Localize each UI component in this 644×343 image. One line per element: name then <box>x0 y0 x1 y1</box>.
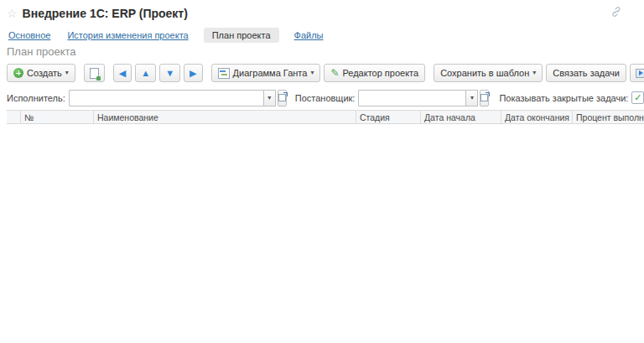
executor-open-button[interactable] <box>278 90 287 107</box>
author-open-button[interactable] <box>480 90 489 107</box>
filter-bar: Исполнитель: ▾ Постановщик: ▾ Показывать… <box>0 86 644 110</box>
col-name[interactable]: Наименование <box>94 111 356 123</box>
executor-input[interactable] <box>69 90 263 107</box>
author-combo: ▾ <box>358 90 478 107</box>
executor-combo: ▾ <box>69 90 276 107</box>
go-to-button[interactable]: ▾ <box>630 64 644 82</box>
tab-history[interactable]: История изменения проекта <box>65 28 190 43</box>
executor-label: Исполнитель: <box>7 93 65 103</box>
favorite-star-icon[interactable]: ☆ <box>7 7 18 20</box>
move-down-button[interactable]: ▼ <box>159 64 180 82</box>
editor-button-label: Редактор проекта <box>342 68 418 78</box>
chevron-down-icon: ▾ <box>65 70 69 76</box>
author-dropdown-button[interactable]: ▾ <box>465 90 478 107</box>
tab-files[interactable]: Файлы <box>293 28 325 43</box>
executor-dropdown-button[interactable]: ▾ <box>263 90 276 107</box>
arrow-left-icon: ◀ <box>119 69 126 78</box>
tab-main[interactable]: Основное <box>7 28 52 43</box>
chevron-down-icon: ▾ <box>310 70 314 76</box>
show-closed-checkbox[interactable]: ✓ <box>631 91 644 104</box>
chevron-down-icon: ▾ <box>470 95 474 101</box>
gantt-chart-button[interactable]: Диаграмма Ганта ▾ <box>211 64 321 82</box>
arrow-right-icon: ▶ <box>190 69 196 78</box>
show-closed-label: Показывать закрытые задачи: <box>499 93 628 103</box>
col-start-date[interactable]: Дата начала <box>421 111 501 123</box>
arrow-down-icon: ▼ <box>165 69 174 78</box>
col-marker <box>7 111 21 123</box>
link-tasks-label: Связать задачи <box>553 68 620 78</box>
move-up-button[interactable]: ▲ <box>135 64 156 82</box>
open-link-icon <box>480 94 488 101</box>
plus-circle-icon <box>13 68 23 78</box>
chevron-down-icon: ▾ <box>267 95 271 101</box>
move-right-button[interactable]: ▶ <box>184 64 202 82</box>
col-end-date[interactable]: Дата окончания <box>501 111 573 123</box>
project-plan-table: №НаименованиеСтадияДата началаДата оконч… <box>7 110 644 124</box>
col-number[interactable]: № <box>21 111 94 123</box>
author-input[interactable] <box>358 90 465 107</box>
col-stage[interactable]: Стадия <box>356 111 421 123</box>
gantt-chart-icon <box>218 68 230 79</box>
project-editor-button[interactable]: ✎ Редактор проекта <box>324 64 425 82</box>
create-button[interactable]: Создать ▾ <box>7 64 75 82</box>
tab-bar: Основное История изменения проекта План … <box>0 23 644 43</box>
author-label: Постановщик: <box>295 93 356 103</box>
move-left-button[interactable]: ◀ <box>113 64 132 82</box>
create-button-label: Создать <box>27 68 62 78</box>
toolbar: Создать ▾ ◀ ▲ ▼ ▶ Диаграмма Ганта ▾ ✎ Ре… <box>0 60 644 86</box>
copy-button[interactable] <box>84 64 105 82</box>
chevron-down-icon: ▾ <box>532 70 536 76</box>
page-title: Внедрение 1С: ERP (Проект) <box>23 7 188 20</box>
pencil-icon: ✎ <box>330 68 339 78</box>
title-bar: ☆ Внедрение 1С: ERP (Проект) <box>0 0 644 23</box>
navigate-icon <box>636 69 644 78</box>
open-link-icon <box>278 94 286 101</box>
table-header: №НаименованиеСтадияДата началаДата оконч… <box>7 111 644 124</box>
copy-link-icon[interactable] <box>610 6 622 21</box>
arrow-up-icon: ▲ <box>141 69 150 78</box>
copy-icon <box>90 68 99 79</box>
save-template-label: Сохранить в шаблон <box>440 68 529 78</box>
col-percent[interactable]: Процент выполнения <box>573 111 644 123</box>
section-title: План проекта <box>0 43 644 60</box>
tab-project-plan[interactable]: План проекта <box>204 28 279 43</box>
save-template-button[interactable]: Сохранить в шаблон ▾ <box>434 64 543 82</box>
gantt-button-label: Диаграмма Ганта <box>233 68 308 78</box>
project-plan-window: ☆ Внедрение 1С: ERP (Проект) Основное Ис… <box>0 0 644 343</box>
link-tasks-button[interactable]: Связать задачи <box>546 64 626 82</box>
